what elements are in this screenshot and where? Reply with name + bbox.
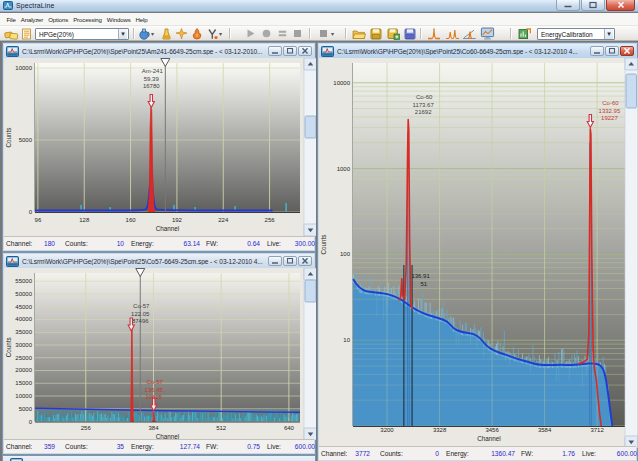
calibration-combo[interactable]: EnergyCalibration▾: [537, 28, 615, 40]
menu-item-processing[interactable]: Processing: [71, 16, 105, 23]
x-axis-title: Channel: [477, 435, 500, 442]
child-close-button[interactable]: [298, 46, 312, 56]
menu-item-help[interactable]: Help: [133, 16, 150, 23]
x-tick-label: 128: [79, 217, 90, 223]
efficiency-icon[interactable]: [517, 27, 532, 40]
close-button[interactable]: [606, 0, 635, 11]
save-icon[interactable]: [369, 27, 383, 40]
status-live-value: 600.00: [275, 443, 315, 450]
child-close-button[interactable]: [620, 46, 634, 56]
peak-annotation: Co-60: [416, 94, 433, 100]
menu-bar: File Analyzer Options Processing Windows…: [0, 13, 638, 26]
status-counts-value: 10: [92, 240, 124, 247]
child-title-bar[interactable]: C:\Lsrm\Work\GP\HPGe(20%)\Spe\Point25\Co…: [4, 254, 314, 268]
spectrum-chart-svg[interactable]: Am-24159.3916780050001000096128160192224…: [4, 58, 316, 236]
stop-icon[interactable]: [291, 27, 304, 40]
child-minimize-button[interactable]: [590, 46, 604, 56]
notepad-icon[interactable]: [20, 27, 32, 40]
record-glyph: [261, 28, 272, 39]
y-tick-label: 10000: [15, 65, 32, 71]
flame-glyph: [191, 28, 203, 40]
x-tick-label: 256: [265, 217, 276, 223]
spectrum-window[interactable]: C:\Lsrm\Work\GP\HPGe(20%)\Spe\Point25\Co…: [2, 252, 316, 455]
maximize-button[interactable]: [581, 0, 605, 11]
efficiency-glyph: [518, 28, 531, 40]
child-restore-button[interactable]: [283, 46, 297, 56]
spectrum-chart-svg[interactable]: 136.9151Co-601173.6721692Co-601332.95192…: [319, 58, 638, 448]
double-peak-icon[interactable]: [444, 27, 461, 40]
scrollbar[interactable]: [304, 268, 316, 440]
status-channel-value: 359: [29, 443, 55, 450]
peak-annotation: 1332.95: [599, 108, 621, 114]
menu-item-analyzer[interactable]: Analyzer: [18, 16, 46, 23]
title-bar[interactable]: SpectraLine: [0, 0, 638, 12]
play-icon[interactable]: [244, 27, 257, 40]
peak-annotation: 21692: [415, 109, 432, 115]
child-minimize-button[interactable]: [268, 256, 282, 266]
play-glyph: [245, 28, 256, 39]
child-restore-button[interactable]: [283, 256, 297, 266]
save-export-icon[interactable]: [386, 27, 401, 40]
pause-icon[interactable]: [276, 27, 289, 40]
y-axis-title: Counts: [5, 337, 12, 357]
app-icon: [3, 1, 13, 10]
spectrum-chart-svg[interactable]: Co-57122.0587496Co-57136.451062505000100…: [4, 268, 316, 440]
marker-label: 136.91: [411, 273, 430, 279]
flask-icon[interactable]: [137, 27, 151, 40]
stop-alt-icon[interactable]: [317, 27, 330, 40]
status-energy-label: Energy:: [131, 443, 154, 450]
save-blue-icon[interactable]: [403, 27, 417, 40]
child-title-bar[interactable]: C:\Lsrm\Work\GP\HPGe(20%)\Spe\Point25\Co…: [319, 44, 636, 58]
vial-icon[interactable]: [160, 27, 172, 40]
peak-icon[interactable]: [426, 27, 442, 40]
combo-arrow-icon[interactable]: ▾: [604, 29, 613, 39]
child-title-text: C:\Lsrm\Work\GP\HPGe(20%)\Spe\Point25\Co…: [337, 48, 589, 55]
spectrum-chart[interactable]: 136.9151Co-601173.6721692Co-601332.95192…: [319, 58, 636, 448]
dropdown-caret-icon[interactable]: ▾: [151, 30, 154, 37]
gamma-icon[interactable]: [206, 27, 218, 40]
spectrum-window-icon: [321, 46, 334, 57]
monitor-icon[interactable]: [479, 27, 496, 40]
x-tick-label: 3200: [380, 427, 394, 433]
child-close-button[interactable]: [298, 256, 312, 266]
spectrum-chart[interactable]: Co-57122.0587496Co-57136.451062505000100…: [4, 268, 314, 440]
spectrum-window-icon: [6, 46, 19, 57]
open-folder-icon[interactable]: [351, 27, 367, 40]
scrollbar[interactable]: [625, 58, 638, 448]
spectrum-window[interactable]: C:\Lsrm\Work\GP\HPGe(20%)\Spe\Point25\Co…: [317, 42, 638, 461]
close-glyph: [299, 46, 312, 56]
menu-item-options[interactable]: Options: [46, 16, 71, 23]
dropdown-caret-icon[interactable]: ▾: [331, 30, 334, 37]
spectrum-window-icon: [6, 256, 19, 267]
close-glyph: [621, 46, 634, 56]
toolbar-separator: [510, 28, 511, 39]
record-icon[interactable]: [260, 27, 273, 40]
menu-item-file[interactable]: File: [4, 16, 18, 23]
minimize-button[interactable]: [556, 0, 580, 11]
scrollbar[interactable]: [304, 58, 316, 236]
peak-slant-icon[interactable]: [461, 27, 478, 40]
y-tick-label: 20000: [15, 367, 32, 373]
child-title-bar[interactable]: C:\Lsrm\Work\GP\HPGe(20%)\Spe\Point25\Am…: [4, 44, 314, 58]
child-minimize-button[interactable]: [268, 46, 282, 56]
status-fw-label: FW:: [521, 450, 533, 457]
x-tick-label: 256: [81, 425, 92, 431]
dropdown-caret-icon[interactable]: ▾: [219, 30, 222, 37]
restore-glyph: [606, 46, 619, 56]
x-tick-label: 224: [218, 217, 229, 223]
flame-icon[interactable]: [190, 27, 203, 40]
star-icon[interactable]: [174, 27, 188, 40]
spectrum-window[interactable]: C:\Lsrm\Work\GP\HPGe(20%)\Spe\Point25\Am…: [2, 42, 316, 252]
status-energy-label: Energy:: [131, 240, 154, 247]
minimize-glyph: [269, 256, 282, 266]
combo-arrow-icon[interactable]: ▾: [118, 29, 127, 39]
status-energy-value: 1360.47: [475, 450, 515, 457]
background-window-sliver[interactable]: [2, 455, 316, 461]
child-restore-button[interactable]: [605, 46, 619, 56]
detector-combo[interactable]: HPGe(20%)▾: [35, 28, 129, 40]
status-bar: Channel: 359 Counts: 35 Energy: 127.74 F…: [4, 439, 314, 453]
menu-item-windows[interactable]: Windows: [104, 16, 133, 23]
spectra-cards-icon[interactable]: [3, 27, 19, 40]
spectrum-chart[interactable]: Am-24159.3916780050001000096128160192224…: [4, 58, 314, 236]
plot-area: [35, 273, 300, 422]
